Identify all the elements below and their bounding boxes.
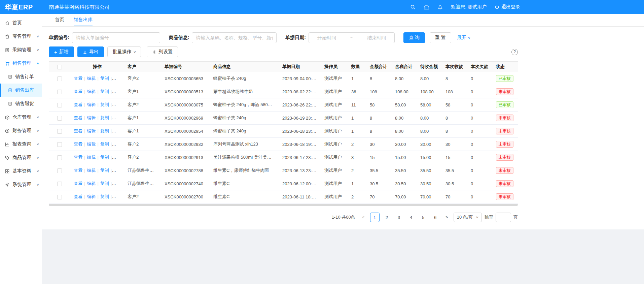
batch-operations-button[interactable]: 批量操作 ∨ bbox=[107, 46, 141, 57]
row-action-view[interactable]: 查看 bbox=[74, 115, 82, 120]
jump-page-input[interactable] bbox=[496, 213, 511, 222]
col-header-received: 本次收款 bbox=[442, 62, 467, 72]
actions-cell: 查看|编辑|复制|删除 bbox=[70, 164, 124, 177]
status-cell: 已审核 bbox=[493, 98, 518, 112]
sidebar-item-goods[interactable]: 商品管理 ∨ bbox=[0, 151, 42, 164]
page-button-4[interactable]: 4 bbox=[406, 213, 416, 222]
sidebar-item-report[interactable]: 报表查询 ∨ bbox=[0, 137, 42, 151]
action-separator: | bbox=[84, 89, 85, 94]
search-icon[interactable] bbox=[410, 4, 416, 10]
row-checkbox[interactable] bbox=[57, 129, 62, 134]
material-input[interactable] bbox=[192, 32, 277, 43]
customer-cell: 江苏德鲁生物科... bbox=[124, 177, 161, 190]
row-action-view[interactable]: 查看 bbox=[74, 141, 82, 147]
select-all-checkbox[interactable] bbox=[57, 65, 62, 69]
sidebar-item-sales-outbound[interactable]: 销售出库 bbox=[0, 84, 42, 97]
action-separator: | bbox=[111, 181, 112, 186]
sidebar-item-retail[interactable]: 零售管理 ∨ bbox=[0, 30, 42, 43]
row-action-view[interactable]: 查看 bbox=[74, 181, 82, 186]
row-action-copy[interactable]: 复制 bbox=[100, 89, 109, 94]
sidebar-item-purchase[interactable]: 采购管理 ∨ bbox=[0, 43, 42, 57]
sidebar-item-label: 首页 bbox=[12, 20, 22, 26]
row-action-edit[interactable]: 编辑 bbox=[87, 76, 96, 81]
row-action-view[interactable]: 查看 bbox=[74, 102, 82, 107]
row-action-edit[interactable]: 编辑 bbox=[87, 115, 96, 120]
page-size-select[interactable]: 10 条/页 ∨ bbox=[454, 213, 482, 222]
sidebar-item-basic-data[interactable]: 基本资料 ∨ bbox=[0, 164, 42, 178]
row-action-copy[interactable]: 复制 bbox=[100, 141, 109, 147]
row-checkbox[interactable] bbox=[57, 195, 62, 199]
row-action-edit[interactable]: 编辑 bbox=[87, 141, 96, 147]
row-action-view[interactable]: 查看 bbox=[74, 194, 82, 199]
bill-no-input[interactable] bbox=[72, 32, 160, 43]
row-checkbox[interactable] bbox=[57, 76, 62, 81]
column-settings-label: 列设置 bbox=[158, 49, 173, 55]
row-action-edit[interactable]: 编辑 bbox=[87, 102, 96, 107]
table-row: 查看|编辑|复制|删除客户2XSCK00000002932序列号商品测试 xlh… bbox=[49, 138, 518, 151]
sidebar-item-home[interactable]: 首页 bbox=[0, 16, 42, 30]
date-range-picker[interactable]: ~ bbox=[309, 32, 395, 43]
sidebar-item-sales-return[interactable]: 销售退货 bbox=[0, 97, 42, 111]
row-action-edit[interactable]: 编辑 bbox=[87, 155, 96, 160]
date-end-input[interactable] bbox=[361, 35, 392, 40]
sidebar-item-label: 零售管理 bbox=[12, 33, 31, 39]
page-button-1[interactable]: 1 bbox=[370, 213, 380, 222]
row-action-edit[interactable]: 编辑 bbox=[87, 194, 96, 199]
row-action-view[interactable]: 查看 bbox=[74, 89, 82, 94]
row-checkbox[interactable] bbox=[57, 90, 62, 94]
tab-sales-outbound[interactable]: 销售出库 bbox=[74, 14, 93, 26]
search-button[interactable]: 查 询 bbox=[403, 32, 425, 43]
tab-home[interactable]: 首页 bbox=[55, 14, 64, 26]
row-action-view[interactable]: 查看 bbox=[74, 76, 82, 81]
row-action-copy[interactable]: 复制 bbox=[100, 181, 109, 186]
bell-icon[interactable] bbox=[437, 4, 443, 10]
row-action-copy[interactable]: 复制 bbox=[100, 194, 109, 199]
page-button-2[interactable]: 2 bbox=[382, 213, 392, 222]
row-action-edit[interactable]: 编辑 bbox=[87, 89, 96, 94]
row-checkbox[interactable] bbox=[57, 103, 62, 107]
prev-page-button[interactable]: < bbox=[359, 213, 367, 222]
expand-filters-link[interactable]: 展开 ∨ bbox=[457, 35, 470, 41]
row-checkbox[interactable] bbox=[57, 142, 62, 147]
material-cell: 美汁源果粒橙 500ml 美汁美汁美汁... bbox=[210, 151, 279, 164]
column-settings-button[interactable]: 列设置 bbox=[147, 46, 178, 57]
help-icon[interactable]: ? bbox=[511, 49, 518, 55]
table-row: 查看|编辑|复制|删除客户2XSCK00000003075蜂蜜柚子茶 240g，… bbox=[49, 98, 518, 112]
row-action-view[interactable]: 查看 bbox=[74, 168, 82, 173]
row-checkbox[interactable] bbox=[57, 116, 62, 121]
row-checkbox[interactable] bbox=[57, 155, 62, 160]
row-action-copy[interactable]: 复制 bbox=[100, 155, 109, 160]
receivable-cell: 35.50 bbox=[417, 164, 442, 177]
row-action-copy[interactable]: 复制 bbox=[100, 128, 109, 133]
page-button-5[interactable]: 5 bbox=[419, 213, 428, 222]
page-button-6[interactable]: 6 bbox=[431, 213, 440, 222]
row-action-edit[interactable]: 编辑 bbox=[87, 128, 96, 133]
sidebar-item-finance[interactable]: 财务管理 ∨ bbox=[0, 124, 42, 137]
date-start-input[interactable] bbox=[312, 35, 342, 40]
bank-icon[interactable] bbox=[424, 4, 429, 10]
add-button[interactable]: + 新增 bbox=[49, 46, 74, 57]
row-action-edit[interactable]: 编辑 bbox=[87, 181, 96, 186]
sidebar-item-sales-order[interactable]: 销售订单 bbox=[0, 70, 42, 84]
reset-button[interactable]: 重 置 bbox=[430, 32, 451, 43]
sidebar-item-system[interactable]: 系统管理 ∨ bbox=[0, 178, 42, 191]
row-checkbox[interactable] bbox=[57, 168, 62, 173]
logout-button[interactable]: 退出登录 bbox=[495, 4, 520, 10]
sidebar-item-sales[interactable]: 销售管理 ∧ bbox=[0, 57, 42, 70]
row-action-copy[interactable]: 复制 bbox=[100, 102, 109, 107]
row-action-copy[interactable]: 复制 bbox=[100, 168, 109, 173]
next-page-button[interactable]: > bbox=[443, 213, 451, 222]
horizontal-scrollbar[interactable] bbox=[49, 204, 518, 206]
row-checkbox[interactable] bbox=[57, 182, 62, 186]
export-button[interactable]: 导出 bbox=[77, 46, 104, 57]
row-action-copy[interactable]: 复制 bbox=[100, 115, 109, 120]
col-header-bill-no: 单据编号 bbox=[161, 62, 210, 72]
page-button-3[interactable]: 3 bbox=[394, 213, 404, 222]
row-action-copy[interactable]: 复制 bbox=[100, 76, 109, 81]
bill-no-cell: XSCK00000002788 bbox=[161, 164, 210, 177]
row-action-view[interactable]: 查看 bbox=[74, 128, 82, 133]
row-action-edit[interactable]: 编辑 bbox=[87, 168, 96, 173]
sidebar-item-warehouse[interactable]: 仓库管理 ∨ bbox=[0, 111, 42, 124]
row-action-view[interactable]: 查看 bbox=[74, 155, 82, 160]
sidebar: 首页 零售管理 ∨ 采购管理 ∨ 销售管理 ∧ 销售订单 销售出库 bbox=[0, 14, 42, 284]
